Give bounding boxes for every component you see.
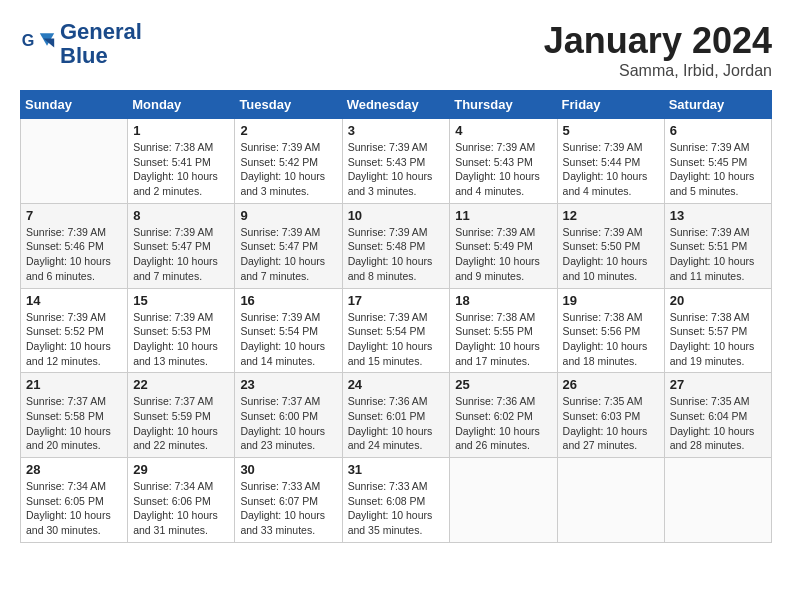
day-cell <box>664 458 771 543</box>
week-row-4: 21Sunrise: 7:37 AM Sunset: 5:58 PM Dayli… <box>21 373 772 458</box>
day-cell: 20Sunrise: 7:38 AM Sunset: 5:57 PM Dayli… <box>664 288 771 373</box>
logo-text: General Blue <box>60 20 142 68</box>
day-number: 30 <box>240 462 336 477</box>
day-cell: 4Sunrise: 7:39 AM Sunset: 5:43 PM Daylig… <box>450 119 557 204</box>
day-cell: 5Sunrise: 7:39 AM Sunset: 5:44 PM Daylig… <box>557 119 664 204</box>
svg-text:G: G <box>22 31 35 49</box>
day-number: 7 <box>26 208 122 223</box>
day-info: Sunrise: 7:39 AM Sunset: 5:43 PM Dayligh… <box>455 140 551 199</box>
week-row-3: 14Sunrise: 7:39 AM Sunset: 5:52 PM Dayli… <box>21 288 772 373</box>
day-number: 3 <box>348 123 445 138</box>
day-cell: 13Sunrise: 7:39 AM Sunset: 5:51 PM Dayli… <box>664 203 771 288</box>
day-info: Sunrise: 7:39 AM Sunset: 5:51 PM Dayligh… <box>670 225 766 284</box>
day-number: 25 <box>455 377 551 392</box>
day-info: Sunrise: 7:37 AM Sunset: 5:58 PM Dayligh… <box>26 394 122 453</box>
header-cell-thursday: Thursday <box>450 91 557 119</box>
header-cell-wednesday: Wednesday <box>342 91 450 119</box>
day-cell: 30Sunrise: 7:33 AM Sunset: 6:07 PM Dayli… <box>235 458 342 543</box>
day-number: 26 <box>563 377 659 392</box>
header-cell-friday: Friday <box>557 91 664 119</box>
day-number: 11 <box>455 208 551 223</box>
day-cell: 31Sunrise: 7:33 AM Sunset: 6:08 PM Dayli… <box>342 458 450 543</box>
page-header: G General Blue January 2024 Samma, Irbid… <box>20 20 772 80</box>
day-cell: 15Sunrise: 7:39 AM Sunset: 5:53 PM Dayli… <box>128 288 235 373</box>
day-info: Sunrise: 7:39 AM Sunset: 5:54 PM Dayligh… <box>240 310 336 369</box>
day-number: 12 <box>563 208 659 223</box>
day-info: Sunrise: 7:34 AM Sunset: 6:05 PM Dayligh… <box>26 479 122 538</box>
day-cell: 7Sunrise: 7:39 AM Sunset: 5:46 PM Daylig… <box>21 203 128 288</box>
day-number: 27 <box>670 377 766 392</box>
day-number: 2 <box>240 123 336 138</box>
day-number: 17 <box>348 293 445 308</box>
day-info: Sunrise: 7:38 AM Sunset: 5:55 PM Dayligh… <box>455 310 551 369</box>
day-info: Sunrise: 7:39 AM Sunset: 5:47 PM Dayligh… <box>240 225 336 284</box>
day-number: 31 <box>348 462 445 477</box>
day-cell: 2Sunrise: 7:39 AM Sunset: 5:42 PM Daylig… <box>235 119 342 204</box>
day-info: Sunrise: 7:39 AM Sunset: 5:52 PM Dayligh… <box>26 310 122 369</box>
day-number: 15 <box>133 293 229 308</box>
day-cell: 1Sunrise: 7:38 AM Sunset: 5:41 PM Daylig… <box>128 119 235 204</box>
day-info: Sunrise: 7:34 AM Sunset: 6:06 PM Dayligh… <box>133 479 229 538</box>
day-cell: 11Sunrise: 7:39 AM Sunset: 5:49 PM Dayli… <box>450 203 557 288</box>
header-cell-tuesday: Tuesday <box>235 91 342 119</box>
day-cell: 28Sunrise: 7:34 AM Sunset: 6:05 PM Dayli… <box>21 458 128 543</box>
day-cell: 8Sunrise: 7:39 AM Sunset: 5:47 PM Daylig… <box>128 203 235 288</box>
day-info: Sunrise: 7:36 AM Sunset: 6:01 PM Dayligh… <box>348 394 445 453</box>
day-cell: 9Sunrise: 7:39 AM Sunset: 5:47 PM Daylig… <box>235 203 342 288</box>
logo-icon: G <box>20 26 56 62</box>
day-cell: 19Sunrise: 7:38 AM Sunset: 5:56 PM Dayli… <box>557 288 664 373</box>
day-info: Sunrise: 7:39 AM Sunset: 5:45 PM Dayligh… <box>670 140 766 199</box>
day-number: 1 <box>133 123 229 138</box>
day-info: Sunrise: 7:39 AM Sunset: 5:53 PM Dayligh… <box>133 310 229 369</box>
month-title: January 2024 <box>544 20 772 62</box>
week-row-1: 1Sunrise: 7:38 AM Sunset: 5:41 PM Daylig… <box>21 119 772 204</box>
day-number: 13 <box>670 208 766 223</box>
day-cell: 12Sunrise: 7:39 AM Sunset: 5:50 PM Dayli… <box>557 203 664 288</box>
day-number: 14 <box>26 293 122 308</box>
day-number: 19 <box>563 293 659 308</box>
day-cell <box>21 119 128 204</box>
header-cell-monday: Monday <box>128 91 235 119</box>
day-number: 23 <box>240 377 336 392</box>
day-info: Sunrise: 7:39 AM Sunset: 5:46 PM Dayligh… <box>26 225 122 284</box>
week-row-5: 28Sunrise: 7:34 AM Sunset: 6:05 PM Dayli… <box>21 458 772 543</box>
svg-marker-2 <box>43 39 54 48</box>
day-number: 18 <box>455 293 551 308</box>
day-cell: 25Sunrise: 7:36 AM Sunset: 6:02 PM Dayli… <box>450 373 557 458</box>
header-cell-sunday: Sunday <box>21 91 128 119</box>
day-info: Sunrise: 7:39 AM Sunset: 5:42 PM Dayligh… <box>240 140 336 199</box>
day-info: Sunrise: 7:39 AM Sunset: 5:43 PM Dayligh… <box>348 140 445 199</box>
day-number: 29 <box>133 462 229 477</box>
day-info: Sunrise: 7:35 AM Sunset: 6:03 PM Dayligh… <box>563 394 659 453</box>
day-cell: 6Sunrise: 7:39 AM Sunset: 5:45 PM Daylig… <box>664 119 771 204</box>
day-cell: 10Sunrise: 7:39 AM Sunset: 5:48 PM Dayli… <box>342 203 450 288</box>
day-info: Sunrise: 7:39 AM Sunset: 5:50 PM Dayligh… <box>563 225 659 284</box>
day-info: Sunrise: 7:36 AM Sunset: 6:02 PM Dayligh… <box>455 394 551 453</box>
logo: G General Blue <box>20 20 142 68</box>
day-info: Sunrise: 7:37 AM Sunset: 5:59 PM Dayligh… <box>133 394 229 453</box>
day-cell: 22Sunrise: 7:37 AM Sunset: 5:59 PM Dayli… <box>128 373 235 458</box>
day-cell: 18Sunrise: 7:38 AM Sunset: 5:55 PM Dayli… <box>450 288 557 373</box>
day-number: 8 <box>133 208 229 223</box>
day-number: 9 <box>240 208 336 223</box>
day-cell <box>557 458 664 543</box>
day-info: Sunrise: 7:39 AM Sunset: 5:48 PM Dayligh… <box>348 225 445 284</box>
location: Samma, Irbid, Jordan <box>544 62 772 80</box>
day-info: Sunrise: 7:39 AM Sunset: 5:54 PM Dayligh… <box>348 310 445 369</box>
day-number: 6 <box>670 123 766 138</box>
day-number: 5 <box>563 123 659 138</box>
day-cell <box>450 458 557 543</box>
day-info: Sunrise: 7:38 AM Sunset: 5:56 PM Dayligh… <box>563 310 659 369</box>
day-cell: 21Sunrise: 7:37 AM Sunset: 5:58 PM Dayli… <box>21 373 128 458</box>
day-info: Sunrise: 7:33 AM Sunset: 6:08 PM Dayligh… <box>348 479 445 538</box>
day-info: Sunrise: 7:38 AM Sunset: 5:57 PM Dayligh… <box>670 310 766 369</box>
day-number: 4 <box>455 123 551 138</box>
day-cell: 27Sunrise: 7:35 AM Sunset: 6:04 PM Dayli… <box>664 373 771 458</box>
day-cell: 16Sunrise: 7:39 AM Sunset: 5:54 PM Dayli… <box>235 288 342 373</box>
day-cell: 17Sunrise: 7:39 AM Sunset: 5:54 PM Dayli… <box>342 288 450 373</box>
title-block: January 2024 Samma, Irbid, Jordan <box>544 20 772 80</box>
day-info: Sunrise: 7:35 AM Sunset: 6:04 PM Dayligh… <box>670 394 766 453</box>
day-cell: 14Sunrise: 7:39 AM Sunset: 5:52 PM Dayli… <box>21 288 128 373</box>
day-info: Sunrise: 7:39 AM Sunset: 5:49 PM Dayligh… <box>455 225 551 284</box>
header-row: SundayMondayTuesdayWednesdayThursdayFrid… <box>21 91 772 119</box>
